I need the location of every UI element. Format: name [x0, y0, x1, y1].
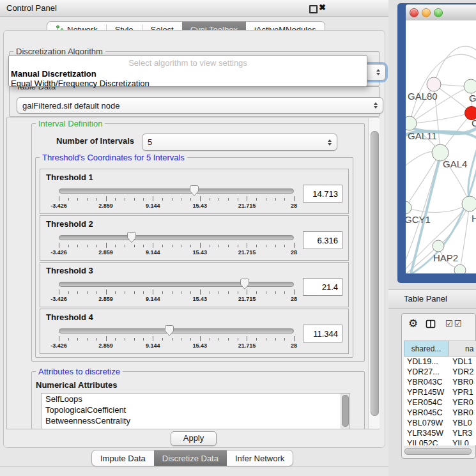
threshold-label: Threshold 3 [46, 266, 342, 275]
gear-icon[interactable]: ⚙ [408, 317, 418, 330]
threshold-value-field[interactable] [303, 325, 342, 342]
panel-scrollbar-thumb[interactable] [371, 131, 379, 416]
threshold-value-field[interactable] [303, 278, 342, 296]
tick-label: 28 [291, 342, 297, 349]
threshold-slider[interactable]: -3.4262.8599.14415.4321.71528 [59, 183, 294, 211]
tick-label: 9.144 [146, 249, 160, 256]
slider-tick-labels: -3.4262.8599.14415.4321.71528 [59, 296, 294, 303]
column-layout-icon[interactable] [426, 319, 436, 331]
threshold-label: Threshold 4 [46, 312, 342, 322]
tick-mark [238, 338, 238, 341]
number-of-intervals-combobox[interactable]: 5 [142, 134, 337, 151]
table-rows[interactable]: YDL19...YDL1YDR27...YDR2YBR043CYBR0YPR14… [404, 357, 476, 445]
slider-thumb[interactable] [239, 278, 250, 290]
table-row[interactable]: YDL19...YDL1 [404, 357, 476, 367]
numerical-attributes-list[interactable]: SelfLoopsTopologicalCoefficientBetweenne… [41, 393, 350, 429]
tick-label: 2.859 [98, 249, 113, 256]
tick-mark [284, 245, 285, 247]
tick-mark [210, 245, 210, 247]
tick-mark [115, 291, 116, 294]
tick-mark [162, 198, 163, 201]
table-row[interactable]: YER054CYER0 [404, 397, 476, 408]
dropdown-item-equal-width-frequency-discretization[interactable]: Equal Width/Frequency Discretization [9, 79, 367, 88]
tick-mark [115, 198, 116, 201]
slider-track[interactable] [59, 328, 294, 334]
tick-mark [200, 243, 201, 248]
tick-mark [256, 198, 257, 201]
tab-impute-data[interactable]: Impute Data [92, 450, 154, 466]
list-scrollbar[interactable] [341, 394, 349, 429]
threshold-value-field[interactable] [303, 185, 342, 203]
threshold-row: -3.4262.8599.14415.4321.71528 [46, 183, 342, 211]
table-data-combobox[interactable]: galFiltered.sif default node [17, 97, 383, 114]
table-row[interactable]: YIL052CYIL0 [404, 438, 476, 445]
apply-button[interactable]: Apply [171, 431, 217, 446]
threshold-row: -3.4262.8599.14415.4321.71528 [46, 229, 342, 257]
slider-track[interactable] [59, 235, 294, 240]
table-row[interactable]: YBR045CYBR0 [404, 408, 476, 418]
threshold-value-field[interactable] [303, 231, 342, 249]
tick-mark [294, 289, 295, 295]
slider-track[interactable] [59, 282, 294, 287]
node-label-partial-c: C [472, 118, 476, 128]
column-header-shared-name[interactable]: shared... [404, 341, 449, 357]
tab-discretize-data[interactable]: Discretize Data [154, 450, 227, 466]
tick-mark [172, 198, 173, 201]
minimize-traffic-light[interactable] [422, 8, 431, 17]
float-window-icon[interactable] [309, 5, 318, 13]
tick-mark [181, 198, 181, 201]
close-traffic-light[interactable] [410, 8, 418, 17]
node-label-gal4: GAL4 [443, 158, 467, 169]
table-row[interactable]: YBL079WYBL0 [404, 418, 476, 428]
tab-infer-network[interactable]: Infer Network [227, 450, 293, 466]
table-row[interactable]: YLR345WYLR3 [404, 428, 476, 438]
tick-label: -3.426 [50, 249, 67, 256]
table-row[interactable]: YPR145WYPR1 [404, 387, 476, 397]
network-window-titlebar [406, 4, 476, 21]
tick-mark [238, 245, 238, 247]
tick-mark [96, 291, 97, 294]
column-header-name[interactable]: na [449, 341, 476, 357]
table-cell-shared-name: YDR27... [404, 367, 449, 377]
panel-scrollbar[interactable] [368, 118, 380, 429]
tick-mark [294, 196, 295, 201]
dropdown-item-manual-discretization[interactable]: Manual Discretization [9, 69, 367, 79]
threshold-slider[interactable]: -3.4262.8599.14415.4321.71528 [59, 323, 294, 351]
close-icon[interactable]: ✖ [319, 3, 326, 12]
table-row[interactable]: YDR27...YDR2 [404, 367, 476, 377]
table-row[interactable]: YBR043CYBR0 [404, 377, 476, 387]
table-panel-title: Table Panel [404, 294, 447, 303]
attribute-list-item[interactable]: SelfLoops [42, 394, 349, 404]
table-hscrollbar[interactable] [404, 447, 475, 455]
tick-mark [153, 289, 153, 295]
tick-mark [210, 338, 210, 341]
tick-label: -3.426 [50, 203, 67, 209]
slider-track[interactable] [59, 188, 294, 194]
zoom-traffic-light[interactable] [434, 8, 443, 17]
tick-mark [87, 291, 88, 294]
threshold-slider[interactable]: -3.4262.8599.14415.4321.71528 [59, 229, 294, 257]
node-top-right [464, 79, 476, 93]
slider-thumb[interactable] [164, 325, 175, 337]
node-gcy1 [406, 201, 411, 214]
tick-label: -3.426 [50, 296, 67, 302]
tick-mark [172, 245, 173, 247]
tick-mark [106, 243, 107, 248]
slider-thumb[interactable] [126, 231, 137, 243]
network-canvas[interactable]: GAL80 GA C GAL11 GAL4 GCY1 H HAP2 [406, 20, 476, 273]
tick-mark [266, 245, 266, 247]
node-label-gal11: GAL11 [408, 130, 437, 141]
slider-tick-labels: -3.4262.8599.14415.4321.71528 [59, 342, 294, 349]
tick-mark [153, 196, 153, 201]
tick-mark [219, 338, 219, 341]
attribute-list-item[interactable]: BetweennessCentrality [42, 415, 349, 426]
table-cell-name: YBR0 [449, 408, 473, 418]
table-hscrollbar-thumb[interactable] [404, 448, 472, 455]
threshold-slider[interactable]: -3.4262.8599.14415.4321.71528 [59, 276, 294, 304]
select-columns-icons[interactable]: ☑☑ [445, 319, 463, 328]
network-graph: GAL80 GA C GAL11 GAL4 GCY1 H HAP2 [406, 20, 476, 273]
slider-thumb[interactable] [188, 185, 200, 197]
table-cell-name: YPR1 [449, 387, 473, 397]
attribute-list-item[interactable]: TopologicalCoefficient [42, 404, 349, 415]
table-cell-shared-name: YDL19... [404, 357, 449, 367]
